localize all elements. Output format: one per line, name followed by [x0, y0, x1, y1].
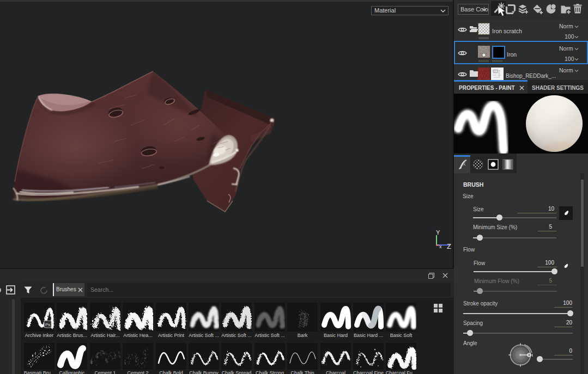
svg-text:Ps: Ps [45, 322, 50, 327]
svg-text:x: x [439, 244, 442, 249]
svg-text:Y: Y [436, 229, 440, 236]
svg-text:Z: Z [447, 242, 451, 249]
